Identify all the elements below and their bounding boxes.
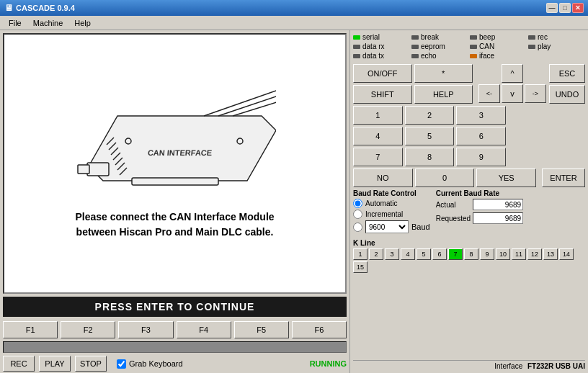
kline-btn-11[interactable]: 11	[512, 248, 526, 260]
label-serial: serial	[362, 33, 380, 41]
key-6[interactable]: 6	[456, 127, 506, 145]
kline-btn-8[interactable]: 8	[464, 248, 478, 260]
kline-btn-13[interactable]: 13	[543, 248, 558, 260]
f5-key[interactable]: F5	[234, 321, 289, 338]
label-play: play	[538, 42, 551, 50]
key-3[interactable]: 3	[456, 106, 506, 125]
indicator-data-tx: data tx	[353, 52, 410, 60]
key-0[interactable]: 0	[415, 168, 475, 187]
key-7[interactable]: 7	[353, 148, 403, 166]
grab-keyboard-checkbox[interactable]	[117, 359, 126, 369]
baud-manual-radio[interactable]	[353, 223, 362, 232]
kline-btn-7[interactable]: 7	[448, 248, 463, 260]
menu-machine[interactable]: Machine	[27, 17, 69, 29]
stop-button[interactable]: STOP	[75, 356, 107, 372]
minimize-button[interactable]: —	[546, 3, 558, 13]
key-8[interactable]: 8	[405, 148, 455, 166]
kline-btn-1[interactable]: 1	[353, 248, 368, 260]
play-button[interactable]: PLAY	[39, 356, 71, 372]
requested-label: Requested	[436, 215, 471, 223]
led-play	[528, 45, 535, 49]
kline-btn-2[interactable]: 2	[369, 248, 383, 260]
star-button[interactable]: *	[414, 64, 473, 83]
up-arrow-button[interactable]: ^	[502, 64, 523, 83]
key-4[interactable]: 4	[353, 127, 403, 145]
baud-select[interactable]: 9600 19200 38400	[365, 220, 409, 233]
baud-inc-radio[interactable]	[353, 210, 362, 219]
indicator-break: break	[411, 33, 468, 41]
onoff-button[interactable]: ON/OFF	[353, 64, 412, 83]
right-arrow-button[interactable]: ->	[525, 84, 546, 103]
kline-btn-12[interactable]: 12	[527, 248, 542, 260]
enter-button[interactable]: ENTER	[542, 168, 585, 187]
baud-auto-radio[interactable]	[353, 199, 362, 208]
led-eeprom	[411, 45, 419, 49]
progress-bar	[3, 341, 347, 353]
f1-key[interactable]: F1	[3, 321, 58, 338]
kline-btn-9[interactable]: 9	[480, 248, 494, 260]
svg-line-1	[204, 91, 276, 116]
key-5[interactable]: 5	[405, 127, 455, 145]
no-button[interactable]: NO	[353, 168, 413, 187]
keypad-row-789: 7 8 9	[353, 148, 585, 166]
press-enter-bar: PRESS ENTER TO CONTINUE	[3, 297, 347, 317]
label-echo: echo	[421, 52, 437, 60]
keypad-row-456: 4 5 6	[353, 127, 585, 145]
main-content: .sketch { stroke: #222; fill: none; stro…	[0, 30, 588, 373]
kline-buttons: 123456789101112131415	[353, 248, 585, 273]
bottom-controls: REC PLAY STOP Grab Keyboard RUNNING	[0, 354, 349, 373]
right-panel: serial break beep rec data rx eeprom	[350, 30, 588, 373]
label-eeprom: eeprom	[421, 42, 445, 50]
led-rec	[528, 35, 535, 40]
label-beep: beep	[479, 33, 495, 41]
app-icon: 🖥	[4, 3, 13, 13]
shift-button[interactable]: SHIFT	[353, 85, 412, 104]
menu-file[interactable]: File	[3, 17, 27, 29]
led-break	[411, 35, 419, 40]
baud-label: Baud	[411, 223, 430, 231]
f4-key[interactable]: F4	[177, 321, 231, 338]
label-break: break	[421, 33, 439, 41]
keypad-row-shift: SHIFT HELP	[353, 85, 473, 104]
interface-bar: Interface FT232R USB UAI	[353, 360, 585, 370]
esc-button[interactable]: ESC	[549, 64, 585, 83]
actual-value: 9689	[473, 199, 523, 210]
indicator-beep: beep	[470, 33, 527, 41]
key-2[interactable]: 2	[405, 106, 455, 125]
yes-button[interactable]: YES	[476, 168, 536, 187]
led-can	[470, 45, 477, 49]
led-beep	[470, 35, 477, 40]
undo-button[interactable]: UNDO	[549, 85, 585, 104]
close-button[interactable]: ✕	[572, 3, 584, 13]
rec-button[interactable]: REC	[3, 356, 35, 372]
menu-help[interactable]: Help	[68, 17, 97, 29]
key-9[interactable]: 9	[456, 148, 506, 166]
kline-btn-5[interactable]: 5	[416, 248, 431, 260]
maximize-button[interactable]: □	[559, 3, 571, 13]
key-1[interactable]: 1	[353, 106, 403, 125]
kline-btn-15[interactable]: 15	[353, 261, 368, 273]
indicator-empty	[528, 52, 585, 60]
kline-btn-10[interactable]: 10	[496, 248, 510, 260]
label-iface: iface	[479, 52, 494, 60]
indicator-iface: iface	[470, 52, 527, 60]
svg-rect-14	[132, 178, 218, 185]
f6-key[interactable]: F6	[292, 321, 347, 338]
down-arrow-button[interactable]: v	[502, 84, 523, 103]
interface-value: FT232R USB UAI	[527, 362, 585, 370]
label-can: CAN	[479, 42, 494, 50]
baud-rate-control: Baud Rate Control Automatic Incremental …	[353, 189, 430, 233]
left-arrow-button[interactable]: <-	[478, 84, 500, 103]
help-button[interactable]: HELP	[414, 85, 473, 104]
kline-btn-6[interactable]: 6	[432, 248, 447, 260]
f3-key[interactable]: F3	[118, 321, 173, 338]
kline-section: K Line 123456789101112131415	[353, 239, 585, 273]
kline-btn-14[interactable]: 14	[559, 248, 574, 260]
app-title: CASCADE 0.9.4	[16, 4, 75, 12]
f2-key[interactable]: F2	[61, 321, 115, 338]
main-message: Please connect the CAN Interface Module …	[75, 210, 274, 240]
kline-btn-3[interactable]: 3	[385, 248, 399, 260]
label-data-rx: data rx	[362, 42, 385, 50]
kline-btn-4[interactable]: 4	[401, 248, 415, 260]
led-echo	[411, 54, 419, 58]
